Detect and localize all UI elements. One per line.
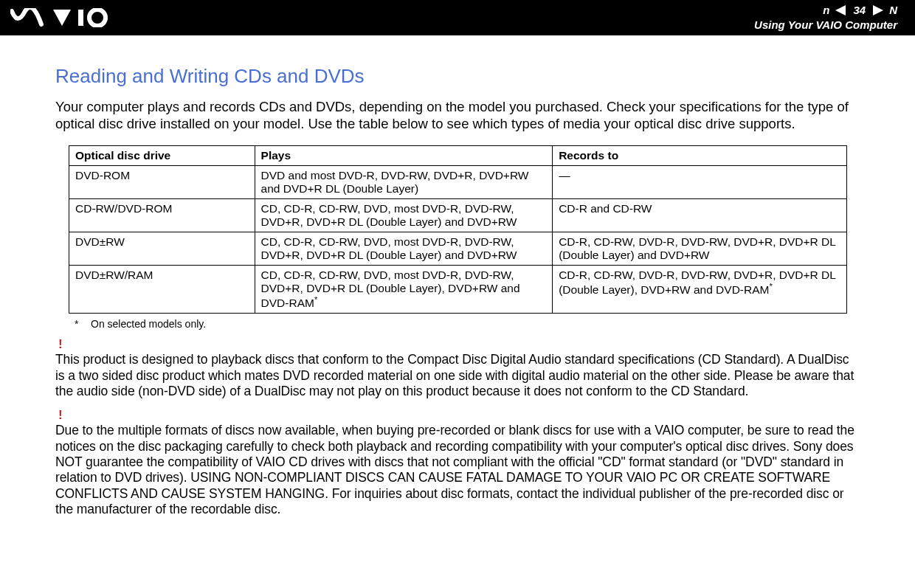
nav-n-right: N: [889, 4, 897, 17]
cell-plays: CD, CD-R, CD-RW, DVD, most DVD-R, DVD-RW…: [255, 266, 553, 314]
warning-text: Due to the multiple formats of discs now…: [55, 423, 860, 517]
footnote-ref: *: [314, 295, 317, 304]
footnote-text: On selected models only.: [91, 318, 206, 330]
warning-1: ! This product is designed to playback d…: [55, 337, 860, 399]
th-records: Records to: [553, 146, 847, 166]
page-number: 34: [853, 4, 866, 17]
cell-drive: DVD-ROM: [69, 166, 255, 199]
vaio-logo-svg: [10, 8, 114, 27]
breadcrumb: Using Your VAIO Computer: [754, 18, 897, 32]
cell-records: —: [553, 166, 847, 199]
cell-plays: CD, CD-R, CD-RW, DVD, most DVD-R, DVD-RW…: [255, 199, 553, 232]
cell-drive: CD-RW/DVD-ROM: [69, 199, 255, 232]
page-header: n 34 N Using Your VAIO Computer: [0, 0, 915, 35]
arrow-left-icon[interactable]: [835, 5, 846, 15]
header-right: n 34 N Using Your VAIO Computer: [754, 4, 897, 32]
warning-icon: !: [58, 408, 860, 423]
cell-plays: CD, CD-R, CD-RW, DVD, most DVD-R, DVD-RW…: [255, 232, 553, 266]
table-header-row: Optical disc drive Plays Records to: [69, 146, 847, 166]
table-row: DVD-ROM DVD and most DVD-R, DVD-RW, DVD+…: [69, 166, 847, 199]
cell-drive: DVD±RW/RAM: [69, 266, 255, 314]
th-drive: Optical disc drive: [69, 146, 255, 166]
cell-records: CD-R, CD-RW, DVD-R, DVD-RW, DVD+R, DVD+R…: [553, 266, 847, 314]
vaio-logo: [10, 7, 114, 28]
disc-support-table: Optical disc drive Plays Records to DVD-…: [69, 145, 847, 314]
table-row: DVD±RW/RAM CD, CD-R, CD-RW, DVD, most DV…: [69, 266, 847, 314]
warning-icon: !: [58, 337, 860, 352]
page-content: Reading and Writing CDs and DVDs Your co…: [0, 35, 915, 549]
warning-2: ! Due to the multiple formats of discs n…: [55, 408, 860, 517]
page-title: Reading and Writing CDs and DVDs: [55, 65, 860, 88]
cell-drive: DVD±RW: [69, 232, 255, 266]
page-nav: n 34 N: [754, 4, 897, 17]
table-row: CD-RW/DVD-ROM CD, CD-R, CD-RW, DVD, most…: [69, 199, 847, 232]
footnote-ref: *: [769, 282, 772, 291]
table-footnote: *On selected models only.: [75, 318, 860, 330]
cell-records: CD-R and CD-RW: [553, 199, 847, 232]
cell-plays: DVD and most DVD-R, DVD-RW, DVD+R, DVD+R…: [255, 166, 553, 199]
footnote-star: *: [75, 318, 91, 330]
intro-paragraph: Your computer plays and records CDs and …: [55, 98, 860, 132]
arrow-right-icon[interactable]: [873, 5, 883, 15]
th-plays: Plays: [255, 146, 553, 166]
warning-text: This product is designed to playback dis…: [55, 352, 860, 399]
nav-n-left: n: [823, 4, 829, 17]
cell-records: CD-R, CD-RW, DVD-R, DVD-RW, DVD+R, DVD+R…: [553, 232, 847, 266]
svg-rect-0: [78, 10, 83, 26]
table-row: DVD±RW CD, CD-R, CD-RW, DVD, most DVD-R,…: [69, 232, 847, 266]
svg-point-1: [89, 10, 106, 26]
cell-plays-text: CD, CD-R, CD-RW, DVD, most DVD-R, DVD-RW…: [261, 269, 520, 309]
cell-records-text: CD-R, CD-RW, DVD-R, DVD-RW, DVD+R, DVD+R…: [559, 269, 835, 296]
